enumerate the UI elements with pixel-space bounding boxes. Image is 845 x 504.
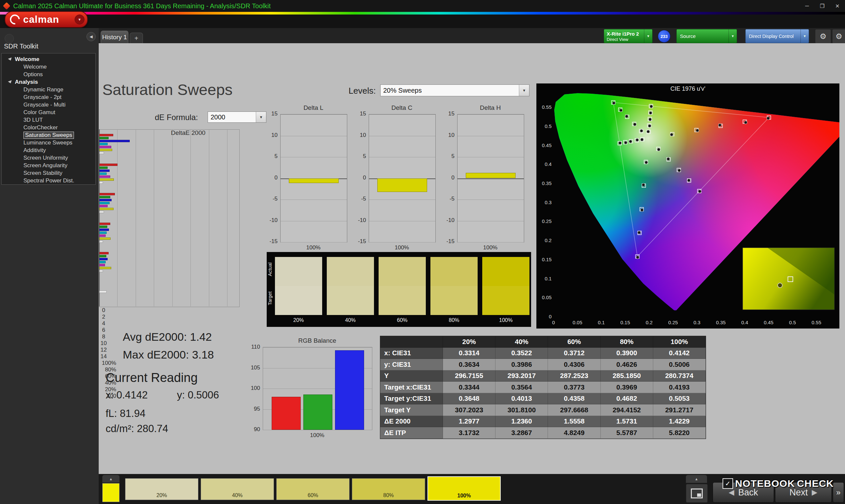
- sidebar-collapse-button[interactable]: ◀: [87, 32, 96, 41]
- cie-measured-dot: [640, 138, 643, 141]
- sidebar-item-spectral-power-dist-[interactable]: Spectral Power Dist.: [2, 177, 95, 184]
- minimize-button[interactable]: ─: [799, 0, 815, 12]
- sidebar-item-luminance-sweeps[interactable]: Luminance Sweeps: [2, 139, 95, 146]
- pattern-swatch-100%[interactable]: 100%: [427, 476, 501, 501]
- gridline: [457, 200, 524, 200]
- settings-gear-button[interactable]: ⚙: [815, 29, 831, 44]
- sidebar-item-analysis[interactable]: Analysis: [2, 78, 95, 86]
- sidebar-item-screen-uniformity[interactable]: Screen Uniformity: [2, 154, 95, 162]
- sidebar-home-button[interactable]: [5, 34, 14, 43]
- table-value-cell: 0.3986: [495, 359, 548, 371]
- pattern-swatch-40%[interactable]: 40%: [201, 478, 274, 500]
- x-tick-label: 14: [99, 353, 108, 360]
- tab-history-1[interactable]: History 1: [101, 31, 128, 43]
- source-dropdown[interactable]: Source ▼: [676, 29, 737, 43]
- de-bar: [99, 181, 103, 184]
- comparison-column-label: 100%: [482, 317, 529, 323]
- logo-strip: calman ▼: [0, 15, 845, 28]
- sidebar-item-additivity[interactable]: Additivity: [2, 146, 95, 154]
- cie-measured-dot: [667, 158, 670, 161]
- delta-bar: [377, 178, 427, 192]
- sidebar-item-grayscale-multi[interactable]: Grayscale - Multi: [2, 101, 95, 109]
- cie-measured-dot: [612, 102, 615, 105]
- de-bar: [99, 264, 105, 266]
- maximize-button[interactable]: ❐: [815, 0, 830, 12]
- meter-dropdown[interactable]: X-Rite i1Pro 2 Direct View ▼: [604, 29, 653, 43]
- de-bar: [99, 252, 109, 254]
- tree-item-label: ColorChecker: [23, 124, 58, 131]
- de-bar: [99, 211, 104, 213]
- close-button[interactable]: ✕: [830, 0, 845, 12]
- cie-measured-dot: [624, 141, 627, 144]
- pattern-window-button[interactable]: [686, 484, 708, 503]
- sidebar-item-3d-lut[interactable]: 3D LUT: [2, 116, 95, 124]
- comparison-column-label: 60%: [379, 317, 426, 323]
- sidebar-item-color-gamut[interactable]: Color Gamut: [2, 109, 95, 116]
- cie-y-tick: 0.15: [542, 257, 551, 262]
- table-row-label: Target Y: [380, 404, 443, 416]
- display-control-dropdown[interactable]: Direct Display Control ▼: [745, 29, 809, 43]
- delta-chart-delta-l: Delta L151050-5-10-15100%: [261, 104, 350, 253]
- app-icon: [3, 2, 11, 10]
- table-header-cell: [380, 336, 443, 348]
- de-formula-select[interactable]: 2000 ▼: [208, 111, 266, 123]
- de-bar: [99, 169, 110, 172]
- add-tab-button[interactable]: +: [130, 33, 143, 43]
- de-bar: [99, 208, 113, 210]
- tree-item-label: 3D LUT: [23, 117, 43, 123]
- next-arrow-icon: ▶: [812, 488, 817, 497]
- tree-expander-icon: [8, 57, 13, 61]
- de-bar: [99, 202, 110, 204]
- sidebar-item-grayscale-2pt[interactable]: Grayscale - 2pt: [2, 93, 95, 101]
- sidebar-item-options[interactable]: Options: [2, 71, 95, 78]
- layout-gear-button[interactable]: ⚙: [832, 29, 845, 44]
- x-tick-label: 10: [99, 340, 108, 347]
- table-value-cell: 0.4306: [548, 359, 600, 371]
- back-button[interactable]: ◀ Back: [712, 482, 774, 503]
- table-value-cell: 5.8220: [653, 427, 706, 439]
- sidebar-item-dynamic-range[interactable]: Dynamic Range: [2, 86, 95, 93]
- y-tick-label: 90: [244, 426, 260, 433]
- cie-measured-dot: [645, 161, 648, 164]
- table-value-cell: 0.3773: [548, 382, 600, 393]
- y-tick-label: 10: [437, 132, 455, 139]
- gridline: [263, 347, 372, 348]
- table-header-cell: 40%: [495, 336, 548, 348]
- levels-select[interactable]: 20% Sweeps ▼: [380, 85, 529, 96]
- logo-menu-button[interactable]: ▼: [75, 15, 85, 24]
- sidebar-item-welcome[interactable]: Welcome: [2, 63, 95, 71]
- de-bar: [99, 193, 115, 195]
- sidebar-item-saturation-sweeps[interactable]: Saturation Sweeps: [2, 131, 95, 139]
- sidebar-item-screen-angularity[interactable]: Screen Angularity: [2, 162, 95, 169]
- rgb-balance-title: RGB Balance: [263, 337, 372, 344]
- sidebar-item-screen-stability[interactable]: Screen Stability: [2, 169, 95, 177]
- pattern-swatch-60%[interactable]: 60%: [276, 478, 350, 500]
- cie-x-tick: 0.25: [668, 320, 677, 325]
- cie-measured-dot: [687, 179, 690, 182]
- de-bar: [99, 146, 111, 148]
- cie-y-tick: 0.55: [542, 104, 551, 110]
- deltae2000-chart-title: DeltaE 2000: [118, 129, 258, 137]
- sidebar-item-welcome[interactable]: Welcome: [2, 55, 95, 63]
- meter-status-badge[interactable]: 233: [658, 30, 670, 42]
- gridline: [457, 221, 524, 221]
- pattern-swatch-20%[interactable]: 20%: [125, 478, 198, 500]
- sidebar-item-colorchecker[interactable]: ColorChecker: [2, 124, 95, 131]
- current-pattern-swatch[interactable]: [102, 483, 120, 502]
- chevron-down-icon: ▼: [519, 85, 529, 96]
- pattern-bar-expand-button[interactable]: ▲: [102, 475, 120, 483]
- nav-expand-button[interactable]: ▲: [686, 475, 707, 483]
- cie-x-tick: 0.4: [741, 320, 748, 325]
- pattern-swatch-80%[interactable]: 80%: [352, 478, 425, 500]
- cie-y-tick: 0.05: [542, 294, 551, 300]
- chart-title: Delta L: [280, 104, 347, 111]
- calman-logo-button[interactable]: calman ▼: [5, 11, 88, 28]
- comparison-column-label: 40%: [327, 317, 374, 323]
- y-tick-label: 0: [349, 175, 366, 181]
- pattern-swatch-label: 20%: [125, 492, 198, 498]
- skip-forward-button[interactable]: »: [833, 482, 844, 503]
- table-value-cell: 1.5731: [601, 416, 653, 428]
- de-bar: [99, 164, 118, 166]
- source-label: Source: [680, 33, 696, 39]
- next-button[interactable]: Next ▶: [775, 482, 832, 503]
